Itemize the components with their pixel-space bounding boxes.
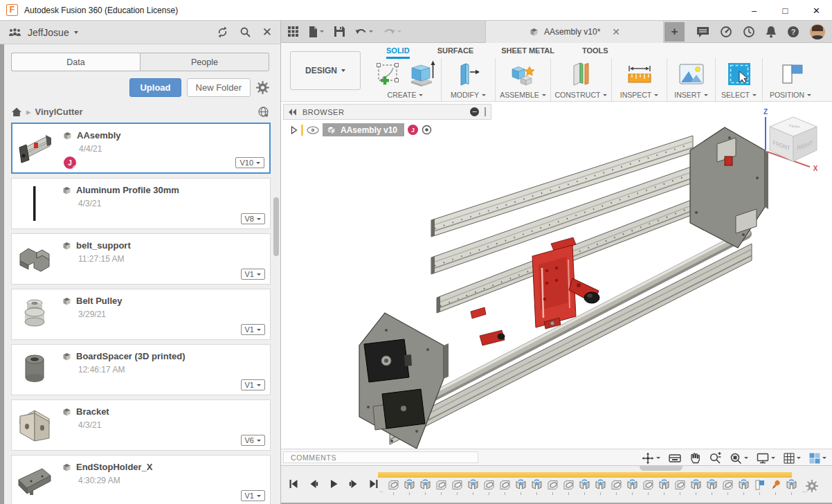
timeline-feature-link[interactable]: [498, 478, 512, 495]
browser-resize-handle[interactable]: [485, 107, 486, 116]
orbit-icon[interactable]: [642, 452, 660, 465]
version-dropdown[interactable]: V8: [241, 213, 265, 224]
step-back-button[interactable]: [308, 478, 319, 489]
ribbon-group-label[interactable]: SELECT: [721, 91, 757, 99]
workspace-selector[interactable]: DESIGN: [290, 51, 361, 90]
app-grid-icon[interactable]: [288, 26, 298, 37]
timeline-feature-joint[interactable]: [626, 478, 640, 495]
step-forward-button[interactable]: [348, 478, 359, 489]
version-dropdown[interactable]: V10: [235, 157, 264, 168]
timeline-feature-joint[interactable]: [737, 478, 751, 495]
expand-node-icon[interactable]: [291, 126, 298, 134]
comments-bar[interactable]: COMMENTS: [283, 451, 478, 463]
ribbon-group-label[interactable]: INSERT: [674, 91, 707, 99]
construct-plane-icon[interactable]: [568, 60, 595, 88]
version-dropdown[interactable]: V1: [241, 379, 265, 390]
current-user[interactable]: JeffJosue: [28, 27, 69, 38]
display-quality-icon[interactable]: –: [470, 107, 479, 116]
timeline-feature-joint[interactable]: [689, 478, 703, 495]
panel-scrollbar[interactable]: [273, 197, 279, 256]
root-node-chip[interactable]: AAsembly v10: [323, 123, 404, 136]
timeline-feature-joint[interactable]: [785, 478, 799, 495]
save-icon[interactable]: [334, 26, 345, 37]
new-folder-button[interactable]: New Folder: [187, 78, 251, 97]
timeline-feature-link[interactable]: [387, 478, 401, 495]
undo-icon[interactable]: [355, 27, 373, 37]
ribbon-group-label[interactable]: POSITION: [770, 91, 811, 99]
tab-people[interactable]: People: [140, 53, 269, 71]
zoom-icon[interactable]: [709, 452, 721, 465]
close-panel-icon[interactable]: ✕: [262, 25, 272, 39]
ribbon-tab-surface[interactable]: SURFACE: [437, 46, 474, 59]
browser-panel-header[interactable]: BROWSER –: [283, 104, 491, 120]
ribbon-group-label[interactable]: MODIFY: [451, 91, 486, 99]
timeline-feature-link[interactable]: [451, 478, 464, 495]
position-icon[interactable]: [777, 61, 804, 87]
timeline-settings-gear-icon[interactable]: [806, 480, 818, 492]
ribbon-group-assemble[interactable]: ASSEMBLE: [496, 58, 551, 101]
timeline-feature-link[interactable]: [435, 478, 449, 495]
ribbon-group-label[interactable]: ASSEMBLE: [500, 91, 546, 99]
list-item[interactable]: Belt Pulley3/29/21V1: [11, 289, 271, 340]
ribbon-group-label[interactable]: CREATE: [388, 91, 424, 99]
ribbon-group-construct[interactable]: CONSTRUCT: [551, 58, 612, 101]
ribbon-group-label[interactable]: INSPECT: [620, 91, 659, 99]
list-item[interactable]: AAsembly4/4/21JV10: [11, 123, 271, 174]
file-menu-icon[interactable]: [309, 26, 324, 37]
timeline-feature-link[interactable]: [721, 478, 735, 495]
grid-settings-icon[interactable]: [784, 453, 801, 464]
timeline-track[interactable]: .....: [378, 472, 809, 495]
insert-image-icon[interactable]: [678, 62, 705, 86]
viewport-canvas[interactable]: [281, 102, 832, 449]
collapse-browser-icon[interactable]: [289, 109, 297, 116]
version-dropdown[interactable]: V1: [241, 324, 265, 335]
document-tab[interactable]: AAsembly v10* ✕: [485, 21, 664, 43]
timeline-feature-joint[interactable]: [530, 478, 544, 495]
timeline-feature-link[interactable]: [610, 478, 624, 495]
job-status-icon[interactable]: [720, 26, 732, 38]
new-document-tab-button[interactable]: +: [664, 22, 685, 42]
create-sketch-icon[interactable]: [375, 61, 403, 87]
ribbon-tab-solid[interactable]: SOLID: [386, 46, 410, 59]
ribbon-group-inspect[interactable]: INSPECT: [612, 58, 667, 101]
ribbon-group-label[interactable]: CONSTRUCT: [555, 91, 608, 99]
version-dropdown[interactable]: V1: [241, 490, 265, 501]
new-component-icon[interactable]: [509, 60, 537, 88]
timeline-feature-joint[interactable]: [658, 478, 671, 495]
redo-icon[interactable]: [383, 27, 401, 37]
minimize-button[interactable]: –: [739, 0, 770, 21]
refresh-icon[interactable]: [217, 26, 228, 38]
browser-root-node[interactable]: AAsembly v10 J: [291, 123, 432, 136]
user-dropdown-caret[interactable]: [74, 31, 78, 34]
document-tab-close-icon[interactable]: ✕: [612, 26, 620, 37]
timeline-feature-joint[interactable]: [594, 478, 608, 495]
pan-icon[interactable]: [689, 452, 700, 464]
list-item[interactable]: EndStopHolder_X4:30:29 AMV1: [11, 455, 271, 504]
search-icon[interactable]: [239, 26, 251, 38]
viewport[interactable]: BROWSER – AAsembly v10 J: [281, 102, 832, 466]
visibility-eye-icon[interactable]: [307, 126, 319, 134]
timeline-feature-flag[interactable]: [753, 478, 767, 495]
timeline-feature-link[interactable]: [546, 478, 560, 495]
timeline-feature-link[interactable]: [562, 478, 576, 495]
ribbon-tab-sheet-metal[interactable]: SHEET METAL: [501, 46, 554, 59]
breadcrumb-folder[interactable]: VinylCutter: [35, 107, 83, 117]
timeline-feature-joint[interactable]: [419, 478, 433, 495]
maximize-button[interactable]: □: [770, 0, 801, 21]
play-button[interactable]: [328, 478, 339, 489]
user-avatar[interactable]: [810, 24, 825, 39]
ribbon-group-select[interactable]: SELECT: [716, 58, 763, 101]
version-dropdown[interactable]: V1: [241, 269, 265, 280]
globe-icon[interactable]: [257, 106, 269, 118]
ribbon-group-modify[interactable]: MODIFY: [442, 58, 496, 101]
go-to-start-button[interactable]: [288, 478, 299, 489]
close-button[interactable]: ✕: [801, 0, 832, 21]
help-icon[interactable]: ?: [787, 26, 799, 38]
create-solid-icon[interactable]: [407, 60, 436, 89]
timeline-feature-link[interactable]: [482, 478, 496, 495]
viewcube[interactable]: Z X TOP FRONT RIGHT: [756, 106, 825, 175]
list-item[interactable]: Bracket4/3/21V6: [11, 399, 271, 451]
comments-icon[interactable]: [696, 26, 709, 37]
ribbon-group-create[interactable]: CREATE: [370, 58, 442, 101]
look-at-icon[interactable]: [669, 453, 681, 463]
